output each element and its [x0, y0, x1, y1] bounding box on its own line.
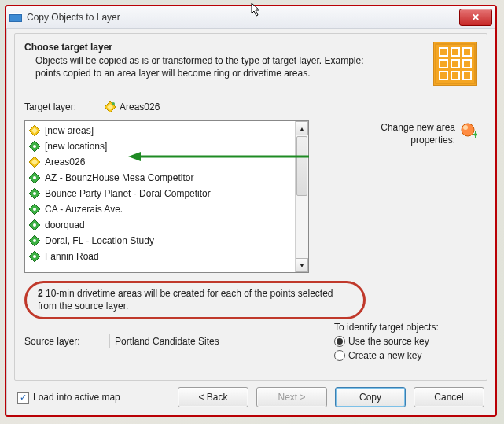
layer-areas-icon [104, 101, 116, 113]
button-label: Copy [359, 392, 381, 403]
button-label: Next > [278, 392, 305, 403]
svg-point-19 [33, 145, 36, 148]
list-item[interactable]: [new locations] [25, 138, 296, 154]
cancel-button[interactable]: Cancel [414, 387, 484, 407]
layer-locations-icon [28, 234, 41, 247]
layer-locations-icon [28, 140, 41, 153]
layer-locations-icon [28, 250, 41, 263]
svg-rect-3 [436, 44, 475, 83]
wizard-panel: Choose target layer Objects will be copi… [14, 33, 487, 381]
svg-rect-2 [10, 15, 21, 21]
svg-point-25 [33, 192, 36, 195]
list-item-label: AZ - BounzHouse Mesa Competitor [45, 172, 193, 183]
footer: Load into active map < Back Next > Copy … [17, 387, 484, 407]
scroll-track[interactable] [296, 135, 308, 258]
source-layer-value: Portland Candidate Sites [109, 334, 277, 348]
info-callout: 2 10-min drivetime areas will be created… [24, 281, 366, 319]
list-item-label: Fannin Road [45, 251, 99, 262]
svg-point-33 [33, 255, 36, 258]
header-text: Choose target layer Objects will be copi… [24, 42, 427, 86]
list-item[interactable]: AZ - BounzHouse Mesa Competitor [25, 170, 296, 186]
side-panel: Change new area properties: [323, 120, 477, 273]
list-item[interactable]: [new areas] [25, 123, 296, 138]
svg-point-15 [112, 102, 115, 105]
listbox-items: [new areas] [new locations] Areas026 [25, 121, 296, 266]
header-row: Choose target layer Objects will be copi… [24, 42, 477, 86]
next-button: Next > [256, 387, 327, 407]
window-title: Copy Objects to Layer [27, 12, 459, 23]
svg-point-31 [33, 239, 36, 242]
list-item-label: Areas026 [45, 157, 85, 168]
decorative-tile-icon [433, 42, 477, 86]
layer-locations-icon [28, 203, 41, 216]
list-item[interactable]: Fannin Road [25, 249, 296, 264]
layer-locations-icon [28, 171, 41, 184]
back-button[interactable]: < Back [178, 387, 248, 407]
page-subtext: Objects will be copied as is or transfor… [35, 54, 381, 79]
callout-text: 10-min drivetime areas will be created f… [38, 288, 333, 312]
button-label: Cancel [434, 392, 463, 403]
load-into-map-checkbox[interactable]: Load into active map [17, 392, 120, 404]
target-layer-row: Target layer: Areas026 [24, 98, 477, 116]
list-item-label: doorquad [45, 219, 85, 230]
scroll-down-button[interactable]: ▼ [296, 258, 308, 272]
change-area-line1: Change new area [381, 122, 455, 133]
target-layer-label: Target layer: [24, 101, 95, 112]
svg-point-29 [33, 223, 36, 227]
identify-heading: To identify target objects: [334, 322, 476, 333]
checkbox-icon [17, 392, 29, 404]
change-area-text: Change new area properties: [381, 122, 455, 146]
list-item-label: Bounce Party Planet - Doral Competitor [45, 188, 211, 199]
change-area-properties: Change new area properties: [323, 122, 477, 146]
layer-locations-icon [28, 187, 41, 200]
list-item[interactable]: CA - Auzerais Ave. [25, 201, 296, 217]
list-item-label: Doral, FL - Location Study [45, 235, 154, 246]
page-heading: Choose target layer [24, 42, 427, 53]
radio-icon [334, 350, 345, 361]
button-row: < Back Next > Copy Cancel [178, 387, 484, 407]
svg-point-27 [33, 208, 36, 211]
window-close-button[interactable]: ✕ [459, 9, 492, 26]
content-area: Choose target layer Objects will be copi… [6, 28, 495, 415]
radio-create-new-key[interactable]: Create a new key [334, 348, 476, 363]
svg-rect-1 [9, 13, 22, 14]
svg-rect-38 [473, 134, 477, 135]
layer-areas-icon [28, 156, 41, 168]
scrollbar[interactable]: ▲ ▼ [295, 121, 308, 272]
radio-use-source-key[interactable]: Use the source key [334, 334, 476, 348]
source-layer-label: Source layer: [24, 336, 103, 347]
target-layer-field[interactable]: Areas026 [100, 98, 296, 116]
close-icon: ✕ [472, 12, 480, 23]
app-icon [9, 11, 22, 24]
button-label: < Back [198, 392, 227, 403]
radio-label: Create a new key [348, 350, 421, 361]
list-item[interactable]: Doral, FL - Location Study [25, 233, 296, 249]
checkbox-label: Load into active map [33, 392, 120, 403]
layer-listbox[interactable]: [new areas] [new locations] Areas026 [24, 120, 309, 273]
list-item-label: [new areas] [45, 125, 94, 136]
svg-point-23 [33, 176, 36, 179]
identify-target-block: To identify target objects: Use the sour… [334, 322, 476, 363]
scroll-up-button[interactable]: ▲ [296, 121, 308, 135]
change-area-properties-button[interactable] [460, 122, 477, 139]
target-layer-value: Areas026 [120, 101, 160, 112]
scroll-thumb[interactable] [296, 136, 307, 196]
radio-icon [334, 336, 345, 347]
radio-label: Use the source key [348, 336, 429, 347]
list-item-label: CA - Auzerais Ave. [45, 204, 123, 215]
list-item[interactable]: Areas026 [25, 154, 296, 170]
change-area-line2: properties: [410, 135, 455, 146]
list-item[interactable]: Bounce Party Planet - Doral Competitor [25, 186, 296, 201]
main-area: [new areas] [new locations] Areas026 [24, 120, 477, 273]
titlebar: Copy Objects to Layer ✕ [6, 6, 495, 29]
svg-point-34 [462, 124, 474, 136]
layer-areas-icon [28, 124, 41, 137]
svg-point-35 [463, 125, 468, 130]
list-item-label: [new locations] [45, 141, 107, 152]
layer-locations-icon [28, 219, 41, 231]
callout-count: 2 [38, 288, 43, 299]
copy-button[interactable]: Copy [335, 387, 406, 407]
list-item[interactable]: doorquad [25, 217, 296, 233]
dialog-copy-objects: Copy Objects to Layer ✕ Choose target la… [5, 5, 497, 417]
